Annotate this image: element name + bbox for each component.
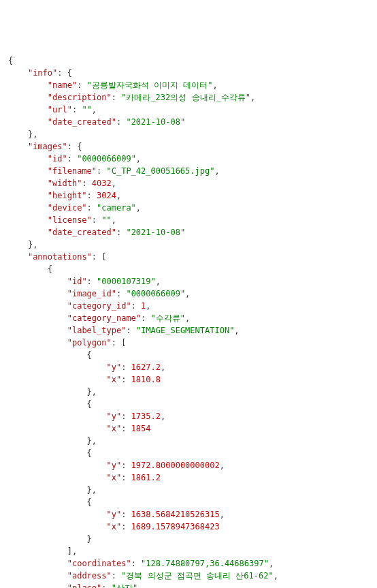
json-code-block: { "info": { "name": "공룡발자국화석 이미지 데이터", "… [8, 55, 369, 588]
